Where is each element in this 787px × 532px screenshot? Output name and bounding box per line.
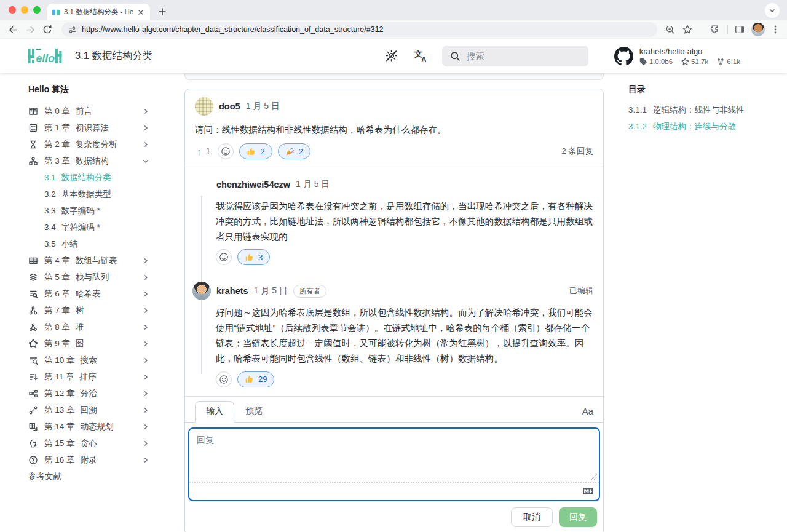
maximize-window-button[interactable] <box>33 6 41 14</box>
sidebar-subitem[interactable]: 3.1 数据结构分类 <box>28 169 160 186</box>
text-format-button[interactable]: Aa <box>582 406 593 422</box>
avatar[interactable] <box>192 175 211 194</box>
comment-body: 请问：线性数据结构和非线性数据结构，哈希表为什么都存在。 <box>195 122 593 138</box>
add-reaction-button[interactable] <box>218 143 234 159</box>
reply-date[interactable]: 1 月 5 日 <box>254 285 288 296</box>
reply-date[interactable]: 1 月 5 日 <box>296 179 330 190</box>
cancel-button[interactable]: 取消 <box>511 507 553 527</box>
new-tab-button[interactable] <box>157 7 167 17</box>
comments-section: doo5 1 月 5 日 请问：线性数据结构和非线性数据结构，哈希表为什么都存在… <box>184 73 604 532</box>
smiley-icon <box>219 252 229 262</box>
resize-handle[interactable] <box>591 474 597 480</box>
tab-search-button[interactable] <box>765 3 780 18</box>
sidebar-item[interactable]: 第 1 章 初识算法 <box>28 119 160 136</box>
reaction-pill[interactable]: 3 <box>237 249 270 265</box>
github-repo-link[interactable]: krahets/hello-algo 1.0.0b6 51.7k 6.1k <box>614 47 740 66</box>
search-input[interactable] <box>467 51 559 61</box>
sidebar-item[interactable]: 第 13 章 回溯 <box>28 402 160 418</box>
sidebar-item[interactable]: 第 8 章 堆 <box>28 319 160 335</box>
browser-tab[interactable]: 3.1 数据结构分类 - Hello 算法 <box>47 4 150 20</box>
tab-write[interactable]: 输入 <box>195 401 234 423</box>
reply-submit-button[interactable]: 回复 <box>559 507 597 527</box>
owner-badge: 所有者 <box>293 285 327 298</box>
reply-textarea[interactable] <box>189 429 599 482</box>
url-text[interactable]: https://www.hello-algo.com/chapter_data_… <box>82 25 384 34</box>
reaction-pill[interactable]: 2 <box>239 143 272 159</box>
back-button[interactable] <box>6 23 20 36</box>
sidebar-item[interactable]: 第 15 章 贪心 <box>28 435 160 451</box>
sidebar-item[interactable]: 第 9 章 图 <box>28 335 160 352</box>
sidebar-item-references[interactable]: 参考文献 <box>28 468 160 485</box>
browser-toolbar: https://www.hello-algo.com/chapter_data_… <box>0 20 787 39</box>
reply-author[interactable]: krahets <box>216 286 248 296</box>
chevron-right-icon <box>143 324 149 330</box>
add-reaction-button[interactable] <box>216 371 232 387</box>
sidebar-item[interactable]: 第 4 章 数组与链表 <box>28 252 160 269</box>
zoom-icon[interactable] <box>665 24 676 35</box>
toc-item[interactable]: 3.1.2 物理结构：连续与分散 <box>628 118 787 135</box>
close-tab-icon[interactable] <box>136 8 145 17</box>
address-bar[interactable]: https://www.hello-algo.com/chapter_data_… <box>61 22 657 37</box>
side-panel-icon[interactable] <box>734 24 745 35</box>
tab-preview[interactable]: 预览 <box>234 400 274 422</box>
chevron-right-icon <box>143 108 149 114</box>
sidebar-subitem[interactable]: 3.3 数字编码 * <box>28 202 160 219</box>
sidebar-subitem[interactable]: 3.2 基本数据类型 <box>28 186 160 202</box>
browser-menu-icon[interactable] <box>771 25 780 34</box>
sidebar-subitem[interactable]: 3.4 字符编码 * <box>28 219 160 236</box>
site-settings-icon[interactable] <box>68 25 77 34</box>
tab-title: 3.1 数据结构分类 - Hello 算法 <box>64 7 133 17</box>
sidebar-item[interactable]: 第 10 章 搜索 <box>28 352 160 368</box>
minimize-window-button[interactable] <box>21 6 28 14</box>
reload-button[interactable] <box>41 23 54 36</box>
edited-label: 已编辑 <box>569 285 593 296</box>
site-favicon <box>52 8 60 17</box>
reaction-pill[interactable]: 29 <box>237 371 274 387</box>
avatar[interactable] <box>195 97 213 116</box>
upvote-button[interactable]: ↑ 1 <box>195 146 212 157</box>
comment-date[interactable]: 1 月 5 日 <box>246 101 280 112</box>
forward-button[interactable] <box>23 23 37 36</box>
sidebar-brand[interactable]: Hello 算法 <box>28 84 160 95</box>
reaction-pill[interactable]: 2 <box>278 143 310 159</box>
window-controls[interactable] <box>9 6 41 14</box>
avatar[interactable] <box>192 282 211 300</box>
sidebar-item[interactable]: 第 11 章 排序 <box>28 368 160 385</box>
toc-item[interactable]: 3.1.1 逻辑结构：线性与非线性 <box>628 101 787 118</box>
github-icon <box>614 47 633 66</box>
markdown-icon[interactable] <box>583 486 593 496</box>
extensions-icon[interactable] <box>710 24 721 35</box>
chevron-right-icon <box>143 440 149 447</box>
hourglass-icon <box>28 140 38 149</box>
table-of-contents: 目录 3.1.1 逻辑结构：线性与非线性 3.1.2 物理结构：连续与分散 <box>604 73 787 532</box>
sidebar-item[interactable]: 第 0 章 前言 <box>28 103 160 119</box>
language-icon[interactable]: 文A <box>414 49 429 63</box>
comment-reply: krahets 1 月 5 日 所有者 已编辑 好问题～这因为哈希表底层是数组，… <box>185 274 603 395</box>
repo-forks: 6.1k <box>727 58 740 65</box>
greedy-icon <box>28 439 38 448</box>
sidebar-item[interactable]: 第 7 章 树 <box>28 302 160 319</box>
close-window-button[interactable] <box>9 6 16 14</box>
heap-icon <box>28 322 38 332</box>
sidebar-item[interactable]: 第 14 章 动态规划 <box>28 418 160 435</box>
comment-reply: chenzhiwei54czw 1 月 5 日 我觉得应该是因为哈希表在没有冲突… <box>185 167 603 274</box>
add-reaction-button[interactable] <box>216 249 232 265</box>
bookmark-icon[interactable] <box>682 24 693 35</box>
chevron-right-icon <box>143 391 149 397</box>
hello-algo-logo[interactable]: ello <box>27 46 63 66</box>
sidebar-subitem[interactable]: 3.5 小结 <box>28 236 160 252</box>
sidebar-item[interactable]: 第 16 章 附录 <box>28 451 160 468</box>
comment-author[interactable]: doo5 <box>219 101 240 111</box>
sidebar-item[interactable]: 第 5 章 栈与队列 <box>28 269 160 285</box>
sidebar-item[interactable]: 第 12 章 分治 <box>28 385 160 402</box>
toolbar-divider <box>727 25 728 34</box>
site-search[interactable] <box>442 46 588 66</box>
reply-author[interactable]: chenzhiwei54czw <box>216 180 290 189</box>
theme-toggle-icon[interactable] <box>384 49 399 63</box>
sidebar-item[interactable]: 第 2 章 复杂度分析 <box>28 136 160 153</box>
chevron-right-icon <box>143 374 149 380</box>
sidebar-item[interactable]: 第 6 章 哈希表 <box>28 285 160 302</box>
browser-profile-avatar[interactable] <box>751 23 765 36</box>
sidebar-item[interactable]: 第 3 章 数据结构 <box>28 153 160 169</box>
tag-icon <box>639 58 647 65</box>
